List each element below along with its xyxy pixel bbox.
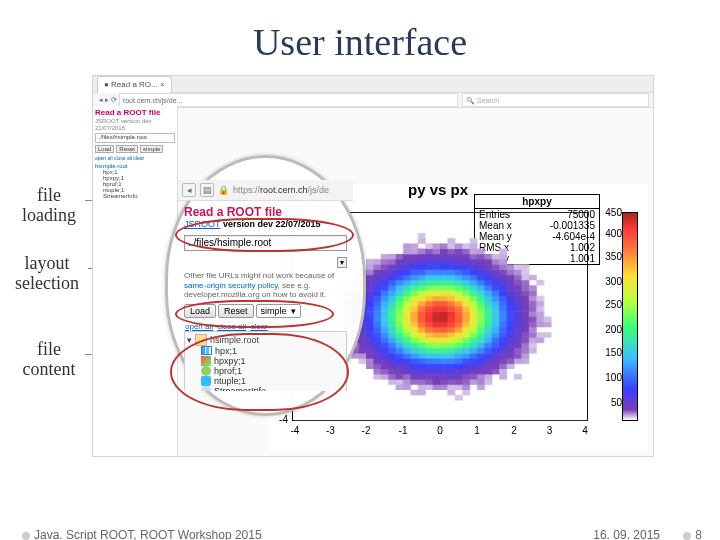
back-icon[interactable]: ◂ xyxy=(182,183,196,197)
file-url-input[interactable]: ../files/hsimple.root xyxy=(184,235,347,251)
colorbar xyxy=(622,212,638,421)
tree-root[interactable]: ▾hsimple.root xyxy=(187,334,344,346)
callout-popup: ◂ ▤ 🔒 https://root.cern.ch/js/de Read a … xyxy=(165,155,366,416)
sidebar-reset-btn[interactable]: Reset xyxy=(116,145,138,153)
callout-note: Other file URLs might not work because o… xyxy=(184,271,347,300)
open-all-link[interactable]: open all xyxy=(185,322,213,331)
tree-item[interactable]: hprof;1 xyxy=(187,366,344,376)
sidebar-tree: hsimple.root hpx;1 hpxpy;1 hprof;1 ntupl… xyxy=(95,163,175,199)
tree-item[interactable]: StreamerInfo xyxy=(95,193,175,199)
footer-text: Java. Script ROOT, ROOT Workshop 2015 xyxy=(34,528,262,540)
page-icon[interactable]: ▤ xyxy=(200,183,214,197)
sidebar-file-input[interactable]: ../files/hsimple.root xyxy=(95,133,175,143)
footer-page: 8 xyxy=(695,528,702,540)
jsroot-link[interactable]: JSROOT xyxy=(184,219,221,229)
sidebar-version: JSROOT version dev 21/07/2015 xyxy=(95,118,152,131)
footer-date: 16. 09. 2015 xyxy=(593,528,660,540)
info-icon xyxy=(201,386,211,391)
close-all-link[interactable]: close all xyxy=(217,322,246,331)
tree-links: open all close all clear xyxy=(184,322,347,331)
hist2d-icon xyxy=(201,356,211,366)
sidebar-title: Read a ROOT file xyxy=(95,108,175,117)
ntuple-icon xyxy=(201,376,211,386)
lock-icon: 🔒 xyxy=(218,185,229,195)
callout-chrome: ◂ ▤ 🔒 https://root.cern.ch/js/de xyxy=(178,180,353,201)
sidebar-links[interactable]: open all close all clear xyxy=(95,155,175,161)
callout-version: JSROOT version dev 22/07/2015 xyxy=(184,219,347,229)
anno-file-content: filecontent xyxy=(15,340,83,380)
file-tree: ▾hsimple.root hpx;1 hpxpy;1 hprof;1 ntup… xyxy=(184,331,347,391)
callout-title: Read a ROOT file xyxy=(184,205,347,219)
tab-bar: ● Read a RO... × xyxy=(93,76,653,93)
slide-title: User interface xyxy=(0,20,720,64)
sidebar-load-btn[interactable]: Load xyxy=(95,145,114,153)
tree-item[interactable]: ntuple;1 xyxy=(187,376,344,386)
tree-item[interactable]: hpx;1 xyxy=(187,346,344,356)
expand-icon[interactable]: ▾ xyxy=(187,335,192,345)
file-icon xyxy=(195,334,207,346)
chevron-down-icon: ▾ xyxy=(291,306,296,316)
profile-icon xyxy=(201,366,211,376)
colorbar-ticks: 50 100 150 200 250 300 350 400 450 xyxy=(594,212,622,421)
url-field[interactable]: root.cern.ch/js/de... xyxy=(119,93,458,107)
anno-file-loading: fileloading xyxy=(15,186,83,226)
callout-url[interactable]: https://root.cern.ch/js/de xyxy=(233,185,329,195)
tree-item[interactable]: StreamerInfo xyxy=(187,386,344,391)
policy-link[interactable]: same-origin security policy xyxy=(184,281,278,290)
tree-item[interactable]: hpxpy;1 xyxy=(187,356,344,366)
load-button[interactable]: Load xyxy=(184,304,216,318)
clear-link[interactable]: clear xyxy=(250,322,267,331)
reset-button[interactable]: Reset xyxy=(218,304,254,318)
dropdown-icon[interactable]: ▾ xyxy=(337,257,347,268)
anno-layout-selection: layoutselection xyxy=(8,254,86,294)
stats-name: hpxpy xyxy=(475,195,599,209)
search-field[interactable]: 🔍 Search xyxy=(462,93,649,107)
x-axis: -4 -3 -2 -1 0 1 2 3 4 xyxy=(292,425,588,439)
hist1d-icon xyxy=(201,346,212,355)
browser-tab[interactable]: ● Read a RO... × xyxy=(97,76,172,93)
layout-select[interactable]: simple▾ xyxy=(256,304,301,318)
sidebar-layout-sel[interactable]: simple xyxy=(140,145,163,153)
